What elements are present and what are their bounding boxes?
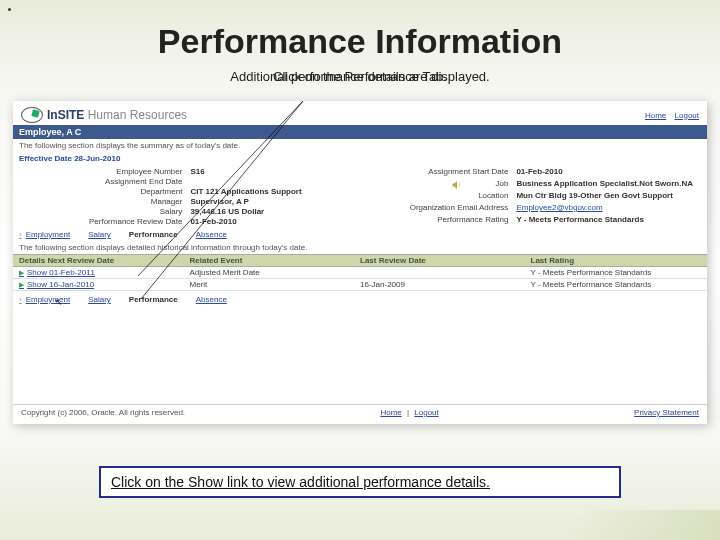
- footer-home-link[interactable]: Home: [380, 408, 401, 417]
- effective-date: Effective Date 28-Jun-2010: [13, 152, 707, 165]
- show-link[interactable]: Show 01-Feb-2011: [19, 268, 95, 277]
- footer-center-links: Home | Logout: [377, 408, 441, 417]
- summary-right-col: Assignment Start Date01-Feb-2010 JobBusi…: [410, 167, 693, 226]
- cell-review: [360, 268, 531, 277]
- home-link[interactable]: Home: [645, 111, 666, 120]
- table-row: Show 16-Jan-2010 Merit 16-Jan-2009 Y - M…: [13, 279, 707, 291]
- assign-start-value: 01-Feb-2010: [516, 167, 693, 178]
- cell-rating: Y - Meets Performance Standards: [531, 268, 702, 277]
- loc-value: Mun Ctr Bldg 19-Other Gen Govt Support: [516, 191, 693, 202]
- loc-label: Location: [410, 191, 509, 202]
- cursor-icon: ↖: [55, 297, 63, 307]
- summary-fields: Employee NumberS16 Assignment End Date D…: [13, 165, 707, 228]
- col-rating: Last Rating: [531, 256, 702, 265]
- job-value: Business Application Specialist.Not Swor…: [516, 179, 693, 190]
- employee-bar: Employee, A C: [13, 125, 707, 139]
- email-link[interactable]: Employee2@vbgov.com: [516, 203, 602, 212]
- chevron-right-icon: ›: [19, 230, 22, 239]
- tab-employment[interactable]: Employment: [26, 295, 70, 304]
- assign-start-label: Assignment Start Date: [410, 167, 509, 178]
- cell-review: 16-Jan-2009: [360, 280, 531, 289]
- decorative-curve: [570, 510, 720, 540]
- rating-value: Y - Meets Performance Standards: [516, 215, 693, 226]
- email-label: Organization Email Address: [410, 203, 509, 214]
- footer-logout-link[interactable]: Logout: [414, 408, 438, 417]
- callout-box: Click on the Show link to view additiona…: [99, 466, 621, 498]
- privacy-link[interactable]: Privacy Statement: [634, 408, 699, 417]
- app-header: InSITE Human Resources Home Logout: [13, 101, 707, 125]
- footer-right: Privacy Statement: [634, 408, 699, 417]
- svg-line-1: [141, 101, 303, 299]
- logo-icon: [21, 107, 43, 123]
- history-note: The following section displays detailed …: [13, 241, 707, 254]
- decorative-dot: [8, 8, 11, 11]
- tab-salary[interactable]: Salary: [88, 230, 111, 239]
- app-footer: Copyright (c) 2006, Oracle. All rights r…: [13, 404, 707, 420]
- show-link[interactable]: Show 16-Jan-2010: [19, 280, 94, 289]
- rating-label: Performance Rating: [410, 215, 509, 226]
- cell-rating: Y - Meets Performance Standards: [531, 280, 702, 289]
- tab-employment[interactable]: Employment: [26, 230, 70, 239]
- copyright: Copyright (c) 2006, Oracle. All rights r…: [21, 408, 185, 417]
- speaker-icon: [451, 179, 463, 191]
- chevron-right-icon: ›: [19, 295, 22, 304]
- tab-salary[interactable]: Salary: [88, 295, 111, 304]
- table-row: Show 01-Feb-2011 Adjusted Merit Date Y -…: [13, 267, 707, 279]
- tabs-top: › Employment Salary Performance Absence: [13, 228, 707, 241]
- pointer-line-2: [123, 101, 308, 301]
- subtitle-front: Click on the Performance Tab.: [0, 69, 720, 84]
- col-review: Last Review Date: [360, 256, 531, 265]
- logout-link[interactable]: Logout: [675, 111, 699, 120]
- subtitle-overlap: Additional performance details are displ…: [0, 69, 720, 97]
- embedded-screenshot: InSITE Human Resources Home Logout Emplo…: [13, 101, 707, 424]
- logo-main: InSITE: [47, 108, 84, 122]
- summary-note: The following section displays the summa…: [13, 139, 707, 152]
- slide-title: Performance Information: [0, 0, 720, 69]
- email-value: Employee2@vbgov.com: [516, 203, 693, 214]
- table-header: Details Next Review Date Related Event L…: [13, 254, 707, 267]
- tabs-bottom: › Employment Salary Performance Absence: [13, 293, 707, 306]
- header-links: Home Logout: [639, 111, 699, 120]
